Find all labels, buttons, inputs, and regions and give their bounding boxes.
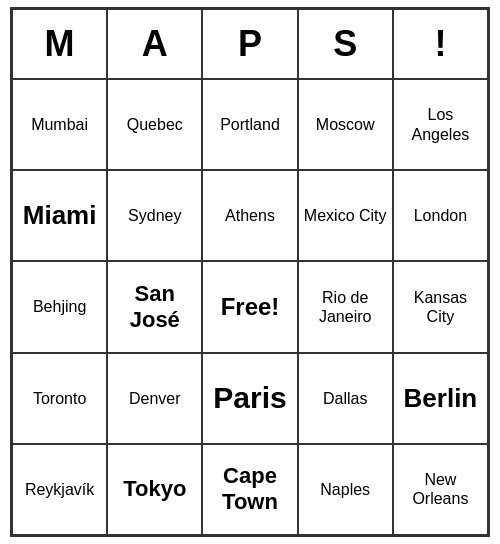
cell-r4-c2: Denver [107,353,202,444]
cell-r3-c3: Free! [202,261,297,352]
cell-r3-c5: Kansas City [393,261,488,352]
cell-r1-c4: Moscow [298,79,393,170]
header-s: S [298,9,393,79]
cell-r3-c1: Behjing [12,261,107,352]
cell-r1-c3: Portland [202,79,297,170]
header-m: M [12,9,107,79]
header-a: A [107,9,202,79]
cell-r4-c5: Berlin [393,353,488,444]
cell-r4-c4: Dallas [298,353,393,444]
cell-r1-c5: Los Angeles [393,79,488,170]
cell-r5-c3: Cape Town [202,444,297,535]
cell-r5-c1: Reykjavík [12,444,107,535]
cell-r3-c2: San José [107,261,202,352]
cell-r1-c2: Quebec [107,79,202,170]
cell-r2-c3: Athens [202,170,297,261]
header-p: P [202,9,297,79]
header-exclaim: ! [393,9,488,79]
cell-r4-c3: Paris [202,353,297,444]
cell-r2-c1: Miami [12,170,107,261]
cell-r2-c2: Sydney [107,170,202,261]
cell-r2-c5: London [393,170,488,261]
cell-r5-c2: Tokyo [107,444,202,535]
cell-r4-c1: Toronto [12,353,107,444]
bingo-card: M A P S ! MumbaiQuebecPortlandMoscowLos … [10,7,490,537]
cell-r5-c4: Naples [298,444,393,535]
cell-r3-c4: Rio de Janeiro [298,261,393,352]
cell-r5-c5: New Orleans [393,444,488,535]
cell-r1-c1: Mumbai [12,79,107,170]
cell-r2-c4: Mexico City [298,170,393,261]
